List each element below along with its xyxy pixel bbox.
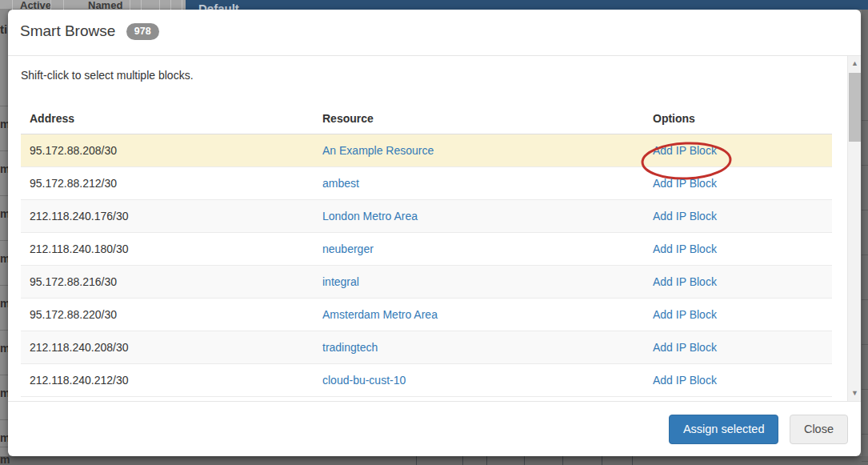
column-header-address: Address: [21, 112, 314, 125]
background-row-line: [862, 461, 868, 462]
resource-link[interactable]: cloud-bu-cust-10: [322, 374, 406, 387]
background-row-line: [0, 447, 8, 447]
modal-footer: Assign selected Close: [8, 401, 861, 456]
divider: [159, 0, 160, 10]
address-cell: 95.172.88.220/30: [21, 308, 314, 321]
scrollbar-down-arrow-icon[interactable]: ▼: [848, 387, 861, 400]
background-column-line: [486, 456, 487, 465]
divider: [63, 0, 64, 10]
table-row[interactable]: 95.172.88.216/30integralAdd IP Block: [21, 266, 832, 299]
table-row[interactable]: 212.118.240.212/30cloud-bu-cust-10Add IP…: [21, 364, 832, 397]
background-column-line: [416, 456, 417, 465]
add-ip-block-link[interactable]: Add IP Block: [653, 210, 717, 222]
options-cell: Add IP Block: [644, 275, 832, 288]
resource-cell: London Metro Area: [314, 210, 644, 222]
background-row-line: [862, 255, 868, 255]
address-cell: 212.118.240.208/30: [21, 341, 314, 354]
resource-cell: ambest: [314, 177, 644, 190]
options-cell: Add IP Block: [644, 341, 832, 354]
screen: timmmmmmmmm Active Named Default Smart B…: [0, 0, 868, 465]
close-button[interactable]: Close: [790, 415, 848, 444]
divider: [182, 0, 182, 10]
background-row-line: [862, 434, 868, 435]
background-panel-label: Default: [198, 2, 239, 10]
background-row-line: [862, 389, 868, 390]
resource-link[interactable]: Amsterdam Metro Area: [322, 308, 438, 321]
address-cell: 212.118.240.212/30: [21, 374, 314, 387]
backdrop-bottom-strip: [0, 456, 868, 465]
options-cell: Add IP Block: [644, 243, 832, 255]
options-cell: Add IP Block: [644, 308, 832, 321]
background-row-line: [862, 120, 868, 121]
background-column-line: [602, 456, 602, 465]
address-cell: 212.118.240.176/30: [21, 210, 314, 222]
address-cell: 95.172.88.212/30: [21, 177, 314, 190]
resource-link[interactable]: ambest: [322, 177, 359, 190]
modal-body: Shift-click to select multiple blocks. A…: [8, 56, 861, 401]
column-header-options: Options: [644, 112, 832, 125]
table-row[interactable]: 95.172.88.208/30An Example ResourceAdd I…: [21, 134, 832, 167]
background-row-line: [862, 210, 868, 210]
table-row[interactable]: 95.172.88.220/30Amsterdam Metro AreaAdd …: [21, 299, 832, 331]
backdrop-right-strip: [862, 10, 868, 465]
background-row-line: [0, 106, 8, 106]
resource-link[interactable]: neuberger: [322, 243, 374, 255]
add-ip-block-link[interactable]: Add IP Block: [653, 275, 717, 288]
background-row-line: [0, 195, 8, 196]
add-ip-block-link[interactable]: Add IP Block: [653, 144, 717, 157]
ip-block-table: Address Resource Options 95.172.88.208/3…: [21, 102, 832, 397]
modal-header: Smart Browse 978: [8, 10, 861, 56]
table-row[interactable]: 95.172.88.212/30ambestAdd IP Block: [21, 167, 832, 200]
resource-cell: integral: [314, 275, 644, 288]
column-header-resource: Resource: [314, 112, 644, 125]
resource-cell: tradingtech: [314, 341, 644, 354]
background-row-line: [0, 240, 8, 241]
add-ip-block-link[interactable]: Add IP Block: [653, 341, 717, 354]
table-header-row: Address Resource Options: [21, 102, 832, 134]
add-ip-block-link[interactable]: Add IP Block: [653, 177, 717, 190]
count-badge: 978: [126, 23, 159, 40]
background-row-line: [0, 419, 8, 420]
hint-text: Shift-click to select multiple blocks.: [21, 67, 861, 83]
table-row[interactable]: 212.118.240.176/30London Metro AreaAdd I…: [21, 200, 832, 233]
smart-browse-modal: Smart Browse 978 Shift-click to select m…: [8, 10, 861, 456]
table-scrollbar[interactable]: ▲ ▼: [847, 56, 861, 401]
options-cell: Add IP Block: [644, 374, 832, 387]
add-ip-block-link[interactable]: Add IP Block: [653, 374, 717, 387]
background-row-line: [0, 330, 8, 331]
address-cell: 95.172.88.216/30: [21, 275, 314, 288]
resource-link[interactable]: integral: [322, 275, 359, 288]
options-cell: Add IP Block: [644, 144, 832, 157]
resource-link[interactable]: An Example Resource: [322, 144, 434, 157]
background-topbar: Active Named Default: [0, 0, 868, 10]
background-row-line: [862, 344, 868, 345]
address-cell: 95.172.88.208/30: [21, 144, 314, 157]
resource-cell: neuberger: [314, 243, 644, 255]
resource-cell: cloud-bu-cust-10: [314, 374, 644, 387]
background-tab-active: Active: [20, 0, 51, 10]
scrollbar-up-arrow-icon[interactable]: ▲: [848, 57, 861, 70]
table-row[interactable]: 212.118.240.208/30tradingtechAdd IP Bloc…: [21, 331, 832, 364]
options-cell: Add IP Block: [644, 210, 832, 222]
resource-link[interactable]: tradingtech: [322, 341, 378, 354]
background-row-line: [862, 165, 868, 166]
background-row-line: [862, 299, 868, 300]
background-tab-strip: Active Named: [0, 0, 186, 10]
scrollbar-thumb[interactable]: [849, 73, 861, 142]
background-tab-named: Named: [88, 0, 122, 10]
add-ip-block-link[interactable]: Add IP Block: [653, 308, 717, 321]
background-column-line: [524, 456, 525, 465]
resource-link[interactable]: London Metro Area: [322, 210, 418, 222]
background-row-line: [0, 285, 8, 286]
background-column-line: [462, 456, 463, 465]
table-row[interactable]: 212.118.240.180/30neubergerAdd IP Block: [21, 233, 832, 266]
add-ip-block-link[interactable]: Add IP Block: [653, 243, 717, 255]
divider: [141, 0, 142, 10]
modal-title: Smart Browse: [20, 22, 115, 40]
divider: [12, 0, 13, 10]
resource-cell: Amsterdam Metro Area: [314, 308, 644, 321]
assign-selected-button[interactable]: Assign selected: [669, 415, 779, 444]
background-blue-panel: Default: [186, 0, 868, 10]
divider: [130, 0, 130, 10]
address-cell: 212.118.240.180/30: [21, 243, 314, 255]
